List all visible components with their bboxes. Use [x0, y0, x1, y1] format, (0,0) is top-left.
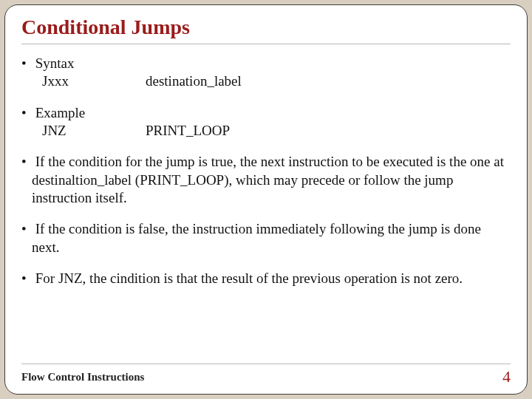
example-mnemonic: JNZ: [42, 122, 146, 140]
bullet-false-text: If the condition is false, the instructi…: [32, 221, 481, 254]
bullet-dot: •: [21, 153, 32, 171]
slide-content: • Syntax Jxxx destination_label • Exampl…: [21, 55, 511, 361]
bullet-syntax-label: Syntax: [35, 55, 75, 71]
bullet-jnz-text: For JNZ, the cindition is that the resul…: [35, 270, 463, 286]
slide-title: Conditional Jumps: [21, 16, 511, 44]
bullet-false-case: • If the condition is false, the instruc…: [21, 220, 511, 256]
bullet-syntax: • Syntax Jxxx destination_label: [21, 55, 511, 91]
bullet-dot: •: [21, 270, 32, 287]
example-operand: PRINT_LOOP: [146, 122, 511, 140]
slide-card: Conditional Jumps • Syntax Jxxx destinat…: [4, 4, 528, 395]
syntax-mnemonic: Jxxx: [42, 72, 146, 90]
bullet-dot: •: [21, 220, 32, 238]
bullet-example-label: Example: [35, 105, 86, 120]
footer-title: Flow Control Instructions: [21, 371, 144, 383]
bullet-dot: •: [21, 104, 32, 122]
bullet-true-case: • If the condition for the jump is true,…: [21, 153, 511, 207]
bullet-true-text: If the condition for the jump is true, t…: [32, 154, 504, 205]
page-number: 4: [502, 367, 511, 386]
bullet-dot: •: [21, 55, 32, 72]
slide-footer: Flow Control Instructions 4: [21, 364, 511, 386]
bullet-example: • Example JNZ PRINT_LOOP: [21, 104, 511, 140]
syntax-operand: destination_label: [146, 72, 511, 90]
bullet-jnz-condition: • For JNZ, the cindition is that the res…: [21, 270, 511, 287]
